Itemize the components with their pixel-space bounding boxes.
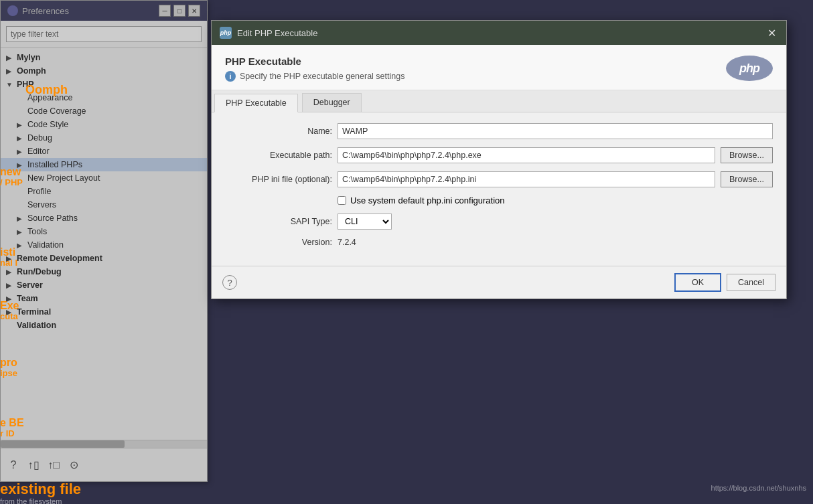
system-default-label: Use system default php.ini configuration bbox=[350, 195, 505, 205]
dialog-header-left: PHP Executable i Specify the PHP executa… bbox=[225, 56, 404, 82]
sapi-type-label: SAPI Type: bbox=[225, 217, 332, 226]
dialog-help-button[interactable]: ? bbox=[222, 275, 237, 290]
browse-executable-button[interactable]: Browse... bbox=[721, 147, 773, 163]
sapi-type-select[interactable]: CLI CGI FastCGI bbox=[338, 214, 392, 230]
ok-button[interactable]: OK bbox=[674, 273, 721, 292]
php-logo: php bbox=[726, 56, 773, 81]
dialog-tabs: PHP Executable Debugger bbox=[212, 90, 786, 112]
tab-php-executable[interactable]: PHP Executable bbox=[214, 94, 298, 112]
executable-path-input[interactable] bbox=[338, 147, 715, 163]
form-row-name: Name: bbox=[225, 123, 773, 139]
version-value: 7.2.4 bbox=[338, 238, 356, 247]
tab-debugger[interactable]: Debugger bbox=[302, 93, 362, 112]
cancel-button[interactable]: Cancel bbox=[727, 274, 775, 291]
info-icon: i bbox=[225, 71, 236, 82]
dialog-titlebar: php Edit PHP Executable ✕ bbox=[212, 21, 786, 45]
name-input[interactable] bbox=[338, 123, 773, 139]
question-mark-icon: ? bbox=[227, 278, 232, 288]
form-row-version: Version: 7.2.4 bbox=[225, 238, 773, 247]
edit-php-executable-dialog: php Edit PHP Executable ✕ PHP Executable… bbox=[211, 20, 787, 299]
ini-file-input[interactable] bbox=[338, 171, 715, 187]
dialog-footer: ? OK Cancel bbox=[212, 266, 786, 299]
name-label: Name: bbox=[225, 127, 332, 136]
form-row-sapi: SAPI Type: CLI CGI FastCGI bbox=[225, 214, 773, 230]
ini-file-label: PHP ini file (optional): bbox=[225, 175, 332, 184]
system-default-checkbox[interactable] bbox=[338, 196, 346, 205]
dialog-close-button[interactable]: ✕ bbox=[765, 26, 778, 39]
version-label: Version: bbox=[225, 238, 332, 247]
executable-path-label: Executable path: bbox=[225, 151, 332, 160]
dialog-title-icon: php bbox=[220, 27, 232, 39]
form-row-checkbox: Use system default php.ini configuration bbox=[225, 195, 773, 205]
dialog-form: Name: Executable path: Browse... PHP ini… bbox=[212, 112, 786, 266]
form-row-ini-file: PHP ini file (optional): Browse... bbox=[225, 171, 773, 187]
dialog-title: Edit PHP Executable bbox=[237, 28, 317, 38]
browse-ini-button[interactable]: Browse... bbox=[721, 171, 773, 187]
dialog-header: PHP Executable i Specify the PHP executa… bbox=[212, 45, 786, 90]
dialog-subtitle-row: i Specify the PHP executable general set… bbox=[225, 71, 404, 82]
dialog-subtitle: Specify the PHP executable general setti… bbox=[240, 72, 404, 81]
form-row-executable-path: Executable path: Browse... bbox=[225, 147, 773, 163]
dialog-section-title: PHP Executable bbox=[225, 56, 404, 67]
